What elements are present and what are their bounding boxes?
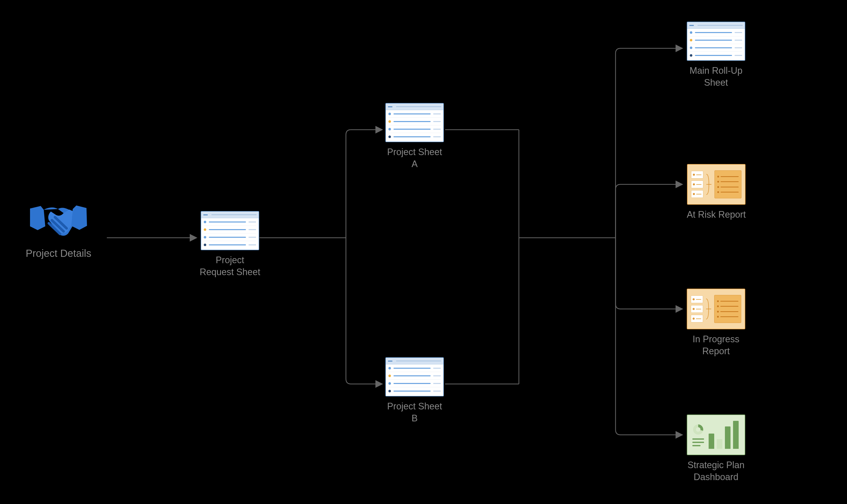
sheet-icon — [687, 22, 745, 61]
svg-point-7 — [696, 427, 701, 432]
bar-chart-icon — [709, 421, 739, 449]
diagram-canvas: Project Details Project Request Sheet — [0, 0, 847, 504]
node-project-request-sheet: Project Request Sheet — [200, 211, 260, 278]
label-request-sheet: Project Request Sheet — [200, 254, 260, 278]
handshake-icon — [25, 196, 92, 241]
node-strategic-dashboard: Strategic Plan Dashboard — [687, 414, 745, 483]
report-connector-icon — [706, 170, 711, 198]
label-sheet-a: Project Sheet A — [387, 146, 442, 170]
pie-icon — [692, 424, 704, 435]
node-project-sheet-b: Project Sheet B — [385, 357, 444, 425]
node-main-rollup: Main Roll-Up Sheet — [687, 22, 745, 89]
label-at-risk: At Risk Report — [687, 209, 746, 221]
node-in-progress-report: In Progress Report — [687, 289, 745, 357]
report-icon — [687, 289, 745, 329]
sheet-icon — [201, 211, 259, 250]
node-project-details: Project Details — [25, 196, 92, 259]
list-icon — [692, 438, 704, 446]
sheet-icon — [385, 103, 444, 142]
label-project-details: Project Details — [26, 248, 91, 259]
sheet-icon — [385, 357, 444, 396]
label-sheet-b: Project Sheet B — [387, 400, 442, 425]
dashboard-icon — [687, 414, 745, 455]
node-at-risk-report: At Risk Report — [687, 164, 746, 221]
label-dashboard: Strategic Plan Dashboard — [687, 459, 744, 483]
report-icon — [687, 164, 745, 205]
report-connector-icon — [706, 295, 711, 323]
node-project-sheet-a: Project Sheet A — [385, 103, 444, 170]
label-in-progress: In Progress Report — [692, 334, 739, 357]
label-main-rollup: Main Roll-Up Sheet — [689, 65, 742, 89]
